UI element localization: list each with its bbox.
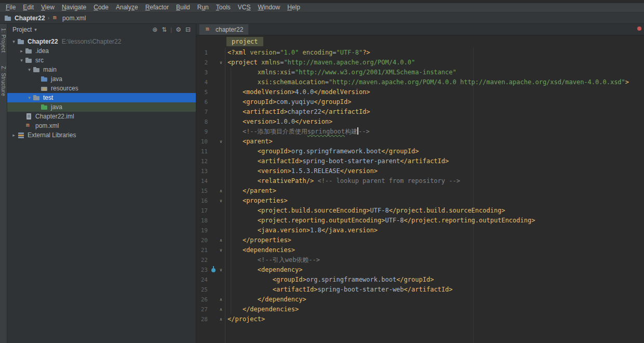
code-line[interactable]: 5 <modelVersion>4.0.0</modelVersion>: [196, 87, 644, 97]
notification-badge[interactable]: [637, 27, 641, 31]
tree-item-test[interactable]: ▾test: [7, 93, 196, 102]
fold-marker[interactable]: ∨: [217, 137, 225, 147]
menu-item-edit[interactable]: Edit: [19, 3, 37, 12]
code-line[interactable]: 15∧ </parent>: [196, 186, 644, 196]
code-token: <relativePath/>: [258, 177, 314, 184]
breadcrumb-label: pom.xml: [62, 15, 86, 22]
tree-expanded-arrow-icon[interactable]: ▾: [18, 58, 25, 63]
menu-item-file[interactable]: File: [2, 3, 19, 12]
code-line[interactable]: 27∧ </dependencies>: [196, 305, 644, 314]
fold-marker[interactable]: ∨: [217, 245, 225, 255]
code-text: </dependency>: [225, 295, 306, 305]
code-line[interactable]: 25 <artifactId>spring-boot-starter-web</…: [196, 285, 644, 295]
tab-chapter22[interactable]: chapter22: [199, 24, 249, 35]
menu-item-analyze[interactable]: Analyze: [112, 3, 142, 12]
tree-item-resources[interactable]: resources: [7, 84, 196, 93]
line-number: 5: [196, 87, 210, 97]
tree-item-pom-xml[interactable]: pom.xml: [7, 121, 196, 130]
tree-item-java-test[interactable]: java: [7, 102, 196, 112]
tree-collapsed-arrow-icon[interactable]: ▸: [10, 133, 17, 138]
tree-item-external-libraries[interactable]: ▸External Libraries: [7, 130, 196, 140]
settings-icon[interactable]: ⚙: [173, 26, 183, 33]
code-line[interactable]: 9 <!--添加项目介质使用springboot构建-->: [196, 127, 644, 137]
tree-item-src[interactable]: ▾src: [7, 56, 196, 65]
breadcrumb-chapter22[interactable]: Chapter22: [4, 15, 45, 22]
gutter-icon-cell: [210, 137, 217, 147]
breadcrumb-pom-xml[interactable]: pom.xml: [52, 15, 86, 22]
menu-item-view[interactable]: View: [37, 3, 58, 12]
breadcrumb-project[interactable]: project: [226, 37, 263, 46]
code-token: chapter22: [288, 108, 321, 115]
mnemonic: H: [287, 4, 292, 11]
tree-item-main[interactable]: ▾main: [7, 65, 196, 74]
code-token: <?xml: [227, 49, 250, 56]
code-area[interactable]: 1<?xml version="1.0" encoding="UTF-8"?>2…: [196, 48, 644, 343]
chevron-down-icon[interactable]: ▾: [34, 27, 37, 32]
tree-expanded-arrow-icon[interactable]: ▾: [26, 95, 33, 100]
maven-dependency-icon[interactable]: [211, 268, 216, 272]
code-line[interactable]: 7 <artifactId>chapter22</artifactId>: [196, 107, 644, 117]
code-line[interactable]: 26∧ </dependency>: [196, 295, 644, 305]
code-line[interactable]: 12 <artifactId>spring-boot-starter-paren…: [196, 156, 644, 166]
code-line[interactable]: 28∧</project>: [196, 314, 644, 324]
menu-item-refactor[interactable]: Refactor: [142, 3, 172, 12]
code-line[interactable]: 8 <version>1.0.0</version>: [196, 117, 644, 127]
gutter-icon-cell: [210, 77, 217, 87]
code-line[interactable]: 24 <groupId>org.springframework.boot</gr…: [196, 275, 644, 285]
fold-marker[interactable]: ∨: [217, 58, 225, 68]
menu-item-build[interactable]: Build: [172, 3, 194, 12]
code-text: <properties>: [225, 196, 288, 206]
tree-collapsed-arrow-icon[interactable]: ▸: [18, 48, 25, 54]
tree-item-chapter22[interactable]: ▾Chapter22E:\lessons\Chapter22: [7, 37, 196, 46]
fold-marker[interactable]: ∨: [217, 196, 225, 206]
code-line[interactable]: 16∨ <properties>: [196, 196, 644, 206]
fold-spacer: [217, 255, 225, 265]
code-line[interactable]: 18 <project.reporting.outputEncoding>UTF…: [196, 216, 644, 226]
code-line[interactable]: 19 <java.version>1.8</java.version>: [196, 226, 644, 235]
code-line[interactable]: 4 xsi:schemaLocation="http://maven.apach…: [196, 77, 644, 87]
tree-expanded-arrow-icon[interactable]: ▾: [10, 39, 17, 44]
panel-title[interactable]: Project: [12, 26, 32, 33]
tree-item-java-main[interactable]: java: [7, 74, 196, 84]
tree-expanded-arrow-icon[interactable]: ▾: [26, 67, 33, 72]
tool-button-project[interactable]: 1: Project: [1, 28, 6, 52]
code-line[interactable]: 3 xmlns:xsi="http://www.w3.org/2001/XMLS…: [196, 68, 644, 77]
code-token: >: [625, 78, 629, 86]
menu-item-help[interactable]: Help: [284, 3, 304, 12]
code-line[interactable]: 11 <groupId>org.springframework.boot</gr…: [196, 147, 644, 156]
fold-marker[interactable]: ∧: [217, 305, 225, 314]
menu-item-vcs[interactable]: VCS: [234, 3, 254, 12]
tree-item-idea[interactable]: ▸.idea: [7, 46, 196, 56]
code-token: </version>: [295, 118, 332, 125]
fold-marker[interactable]: ∧: [217, 186, 225, 196]
fold-spacer: [217, 176, 225, 186]
menu-item-code[interactable]: Code: [90, 3, 112, 12]
locate-icon[interactable]: ⊕: [150, 26, 159, 33]
fold-marker[interactable]: ∧: [217, 314, 225, 324]
code-line[interactable]: 20∧ </properties>: [196, 235, 644, 245]
menu-item-tools[interactable]: Tools: [212, 3, 234, 12]
fold-marker[interactable]: ∧: [217, 295, 225, 305]
code-line[interactable]: 22 <!--引入web依赖-->: [196, 255, 644, 265]
code-line[interactable]: 13 <version>1.5.3.RELEASE</version>: [196, 166, 644, 176]
code-line[interactable]: 17 <project.build.sourceEncoding>UTF-8</…: [196, 206, 644, 216]
gutter-icon-cell: [210, 216, 217, 226]
hide-icon[interactable]: ⊟: [183, 26, 193, 33]
code-line[interactable]: 6 <groupId>com.yuqiyu</groupId>: [196, 97, 644, 107]
fold-marker[interactable]: ∧: [217, 235, 225, 245]
code-line[interactable]: 21∨ <dependencies>: [196, 245, 644, 255]
code-line[interactable]: 1<?xml version="1.0" encoding="UTF-8"?>: [196, 48, 644, 58]
menu-item-navigate[interactable]: Navigate: [58, 3, 90, 12]
collapse-all-icon[interactable]: ⇅: [159, 26, 169, 33]
tree-item-chapter22-iml[interactable]: Chapter22.iml: [7, 112, 196, 121]
menu-item-run[interactable]: Run: [194, 3, 212, 12]
code-line[interactable]: 2∨<project xmlns="http://maven.apache.or…: [196, 58, 644, 68]
tool-button-structure[interactable]: Z: Structure: [1, 66, 6, 96]
code-line[interactable]: 23∨ <dependency>: [196, 265, 644, 275]
code-token: "UTF-8": [337, 49, 363, 56]
code-line[interactable]: 10∨ <parent>: [196, 137, 644, 147]
code-line[interactable]: 14 <relativePath/> <!-- lookup parent fr…: [196, 176, 644, 186]
code-token: <parent>: [243, 138, 273, 145]
fold-marker[interactable]: ∨: [217, 265, 225, 275]
menu-item-window[interactable]: Window: [254, 3, 284, 12]
